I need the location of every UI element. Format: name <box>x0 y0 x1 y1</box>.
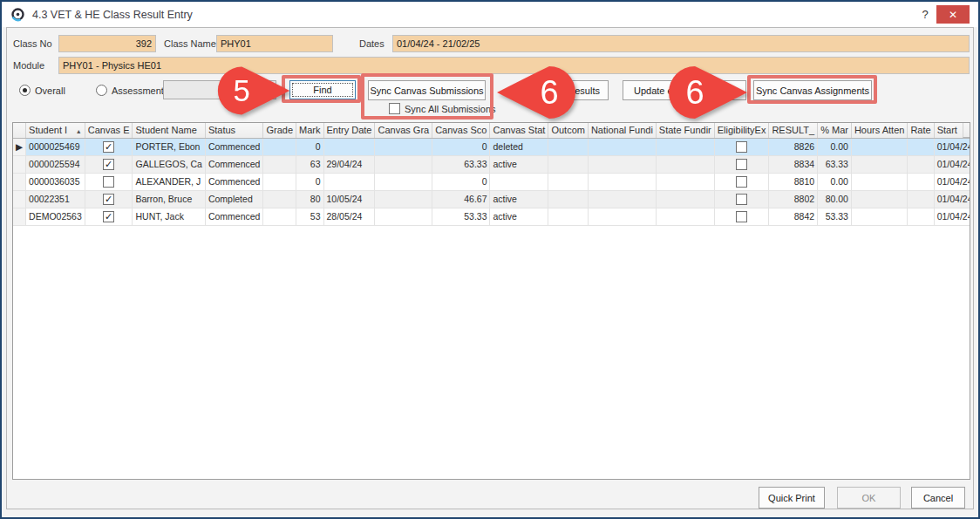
column-header-canvas_score[interactable]: Canvas Sco <box>432 123 490 138</box>
table-row[interactable]: 0000025594✓GALLEGOS, CaCommenced6329/04/… <box>13 155 970 173</box>
row-selector[interactable] <box>13 190 26 208</box>
cell-eligibility_ex[interactable] <box>714 138 769 155</box>
cell-student_id[interactable]: 0000036035 <box>26 173 85 190</box>
cell-national_funding[interactable] <box>588 155 656 173</box>
table-row[interactable]: ▶0000025469✓PORTER, EbonCommenced00delet… <box>13 138 970 155</box>
cell-mark[interactable]: 0 <box>296 173 323 190</box>
cell-outcome[interactable] <box>548 208 589 225</box>
row-selector[interactable]: ▶ <box>13 138 26 155</box>
column-header-student_name[interactable]: Student Name <box>133 123 205 138</box>
cell-status[interactable]: Commenced <box>205 173 263 190</box>
canvas_enrolled-checkbox[interactable] <box>103 176 114 188</box>
cell-canvas_status[interactable]: deleted <box>490 138 548 155</box>
column-header-canvas_grade[interactable]: Canvas Gra <box>375 123 432 138</box>
column-header-status[interactable]: Status <box>205 123 263 138</box>
cell-start[interactable]: 01/04/24 <box>934 208 970 225</box>
cell-student_id[interactable]: 00022351 <box>26 190 85 208</box>
cell-student_id[interactable]: 0000025594 <box>26 155 85 173</box>
cell-grade[interactable] <box>263 190 296 208</box>
assessment-radio[interactable]: Assessment <box>96 85 164 96</box>
cell-state_funding[interactable] <box>656 138 714 155</box>
cell-pct_mark[interactable]: 0.00 <box>818 173 852 190</box>
cell-state_funding[interactable] <box>656 208 714 225</box>
cell-eligibility_ex[interactable] <box>714 155 769 173</box>
cell-status[interactable]: Completed <box>205 190 263 208</box>
row-selector[interactable] <box>13 208 26 225</box>
cell-result[interactable]: 8810 <box>769 173 818 190</box>
cell-pct_mark[interactable]: 63.33 <box>818 155 852 173</box>
class-no-field[interactable]: 392 <box>58 35 156 52</box>
cell-canvas_grade[interactable] <box>375 138 432 155</box>
cell-rate[interactable] <box>908 190 934 208</box>
cell-canvas_enrolled[interactable]: ✓ <box>85 155 133 173</box>
cell-outcome[interactable] <box>548 190 589 208</box>
cell-student_name[interactable]: PORTER, Ebon <box>133 138 205 155</box>
cell-entry_date[interactable]: 29/04/24 <box>323 155 375 173</box>
cell-canvas_enrolled[interactable]: ✓ <box>85 190 133 208</box>
column-header-state_funding[interactable]: State Fundir <box>656 123 714 138</box>
cell-grade[interactable] <box>263 173 296 190</box>
overall-radio[interactable]: Overall <box>19 85 65 96</box>
cell-student_name[interactable]: ALEXANDER, J <box>133 173 205 190</box>
cell-canvas_status[interactable]: active <box>490 155 548 173</box>
cell-status[interactable]: Commenced <box>205 155 263 173</box>
cell-canvas_score[interactable]: 53.33 <box>432 208 490 225</box>
cell-start[interactable]: 01/04/24 <box>934 173 970 190</box>
cell-rate[interactable] <box>908 173 934 190</box>
cell-start[interactable]: 01/04/24 <box>934 138 970 155</box>
column-header-result[interactable]: RESULT_ <box>769 123 818 138</box>
eligibility_ex-checkbox[interactable] <box>736 141 747 153</box>
eligibility_ex-checkbox[interactable] <box>736 194 747 205</box>
dates-field[interactable]: 01/04/24 - 21/02/25 <box>392 35 970 52</box>
cell-canvas_score[interactable]: 46.67 <box>432 190 490 208</box>
cell-rate[interactable] <box>908 138 934 155</box>
cell-canvas_score[interactable]: 0 <box>432 138 490 155</box>
cell-national_funding[interactable] <box>588 138 656 155</box>
cell-canvas_grade[interactable] <box>375 155 432 173</box>
cell-outcome[interactable] <box>548 155 589 173</box>
table-row[interactable]: 0000036035ALEXANDER, JCommenced0088100.0… <box>13 173 970 190</box>
cell-hours_atten[interactable] <box>851 138 907 155</box>
close-button[interactable]: ✕ <box>936 5 970 24</box>
cell-start[interactable]: 01/04/24 <box>934 155 970 173</box>
cell-canvas_score[interactable]: 0 <box>432 173 490 190</box>
cell-entry_date[interactable]: 28/05/24 <box>323 208 375 225</box>
cell-canvas_status[interactable]: active <box>490 190 548 208</box>
cell-pct_mark[interactable]: 80.00 <box>818 190 852 208</box>
cell-canvas_enrolled[interactable] <box>85 173 133 190</box>
cell-canvas_status[interactable] <box>490 173 548 190</box>
cell-student_name[interactable]: Barron, Bruce <box>133 190 205 208</box>
cell-hours_atten[interactable] <box>851 173 907 190</box>
cell-canvas_status[interactable]: active <box>490 208 548 225</box>
cell-canvas_grade[interactable] <box>375 190 432 208</box>
cell-hours_atten[interactable] <box>851 155 907 173</box>
column-header-eligibility_ex[interactable]: EligibilityEx <box>714 123 769 138</box>
cell-result[interactable]: 8842 <box>769 208 818 225</box>
eligibility_ex-checkbox[interactable] <box>736 176 747 188</box>
help-button[interactable]: ? <box>914 8 936 21</box>
column-header-hours_atten[interactable]: Hours Atten <box>851 123 907 138</box>
cell-pct_mark[interactable]: 0.00 <box>818 138 852 155</box>
canvas_enrolled-checkbox[interactable]: ✓ <box>103 194 114 205</box>
cell-eligibility_ex[interactable] <box>714 173 769 190</box>
column-header-outcome[interactable]: Outcom <box>548 123 589 138</box>
cell-grade[interactable] <box>263 138 296 155</box>
column-header-grade[interactable]: Grade <box>263 123 296 138</box>
cell-canvas_score[interactable]: 63.33 <box>432 155 490 173</box>
cell-outcome[interactable] <box>548 173 589 190</box>
cell-canvas_enrolled[interactable]: ✓ <box>85 208 133 225</box>
cell-state_funding[interactable] <box>656 190 714 208</box>
cell-mark[interactable]: 80 <box>296 190 323 208</box>
cell-national_funding[interactable] <box>588 190 656 208</box>
ok-button[interactable]: OK <box>837 487 901 509</box>
cell-canvas_grade[interactable] <box>375 208 432 225</box>
column-header-canvas_status[interactable]: Canvas Stat <box>490 123 548 138</box>
cell-state_funding[interactable] <box>656 155 714 173</box>
canvas_enrolled-checkbox[interactable]: ✓ <box>103 159 114 170</box>
cell-canvas_grade[interactable] <box>375 173 432 190</box>
cell-entry_date[interactable] <box>323 138 375 155</box>
column-header-national_funding[interactable]: National Fundi <box>588 123 656 138</box>
cell-eligibility_ex[interactable] <box>714 190 769 208</box>
column-header-student_id[interactable]: Student I▲ <box>26 123 85 138</box>
column-header-sel[interactable] <box>13 123 26 138</box>
